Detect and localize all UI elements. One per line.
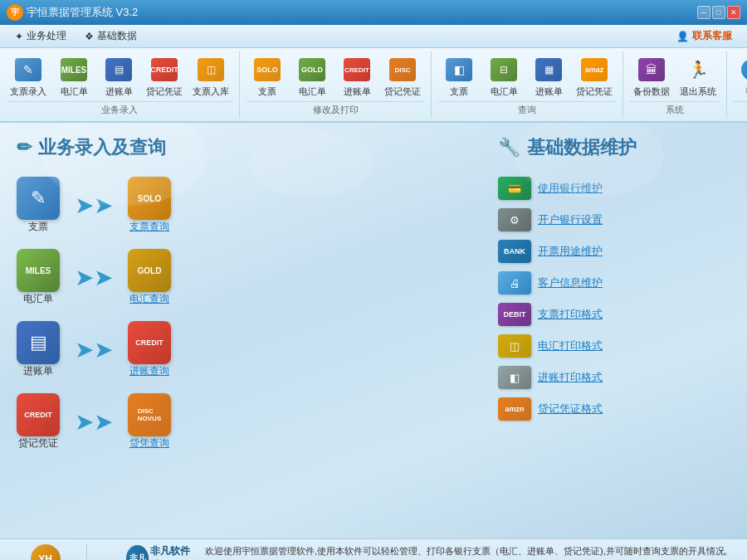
maint-check-use[interactable]: BANK 开票用途维护 bbox=[498, 240, 730, 263]
logo-yh-text: YH bbox=[38, 553, 52, 560]
toolbar-wire-entry[interactable]: MILES 电汇单 bbox=[53, 53, 95, 100]
wire-input-icon[interactable]: MILES bbox=[17, 249, 60, 292]
feature-wire-query[interactable]: GOLD 电汇查询 bbox=[128, 249, 171, 306]
toolbar-exit[interactable]: 🏃 退出系统 bbox=[676, 53, 720, 100]
title-bar: 宇 宇恒票据管理系统 V3.2 ─ □ ✕ bbox=[0, 0, 747, 25]
open-bank-label[interactable]: 开户银行设置 bbox=[538, 212, 603, 227]
bank-maint-label[interactable]: 使用银行维护 bbox=[538, 181, 603, 196]
toolbar-section-query: ◧ 支票 ⊟ 电汇单 ▦ 进账单 bbox=[432, 51, 623, 118]
arrow-check: ➤➤ bbox=[75, 192, 113, 219]
toolbar-ledger-entry[interactable]: ▤ 进账单 bbox=[98, 53, 139, 100]
menu-business[interactable]: ✦ 业务处理 bbox=[7, 27, 75, 46]
close-button[interactable]: ✕ bbox=[727, 6, 740, 19]
ledger-fmt-label[interactable]: 进账打印格式 bbox=[538, 370, 603, 385]
toolbar-biz-label: 业务录入 bbox=[7, 101, 232, 116]
check-query-icon-main[interactable]: SOLO bbox=[128, 177, 171, 220]
window-controls: ─ □ ✕ bbox=[697, 6, 740, 19]
maint-check-fmt[interactable]: DEBIT 支票打印格式 bbox=[498, 303, 730, 326]
toolbar-help[interactable]: ? 帮助 bbox=[734, 53, 747, 100]
toolbar: ✎ 支票录入 MILES 电汇单 ▤ 进账单 bbox=[0, 48, 747, 123]
credit-input-icon[interactable]: CREDIT bbox=[17, 393, 60, 436]
toolbar-wire-edit[interactable]: GOLD 电汇单 bbox=[291, 53, 333, 100]
credit-entry-label: 贷记凭证 bbox=[146, 85, 183, 98]
toolbar-ledger-query[interactable]: ▦ 进账单 bbox=[528, 53, 569, 100]
wire-query-label[interactable]: 电汇查询 bbox=[128, 292, 171, 306]
feature-wire-input[interactable]: MILES 电汇单 bbox=[17, 249, 60, 306]
ledger-input-icon[interactable]: ▤ bbox=[17, 321, 60, 364]
check-query-label[interactable]: 支票查询 bbox=[128, 220, 171, 234]
left-panel: ✏ 业务录入及查询 ✎ 支票 ➤➤ SOLO 支票查询 MILES 电汇单 ➤➤ bbox=[17, 135, 481, 526]
right-panel-title-text: 基础数据维护 bbox=[527, 135, 637, 160]
check-fmt-label[interactable]: 支票打印格式 bbox=[538, 307, 603, 322]
feature-credit-query[interactable]: DISCNOVUS 贷凭查询 bbox=[128, 393, 171, 450]
maint-open-bank[interactable]: ⚙ 开户银行设置 bbox=[498, 208, 730, 231]
feature-credit-input[interactable]: CREDIT 贷记凭证 bbox=[17, 393, 60, 450]
wire-entry-icon: MILES bbox=[59, 55, 89, 85]
feature-row-check: ✎ 支票 ➤➤ SOLO 支票查询 bbox=[17, 177, 481, 234]
menu-basedata[interactable]: ❖ 基础数据 bbox=[76, 27, 145, 46]
fenfan-circle: 非凡 bbox=[126, 545, 149, 560]
feature-ledger-input[interactable]: ▤ 进账单 bbox=[17, 321, 60, 378]
toolbar-biz-items: ✎ 支票录入 MILES 电汇单 ▤ 进账单 bbox=[7, 53, 232, 100]
left-panel-title-icon: ✏ bbox=[17, 137, 32, 158]
toolbar-section-edit-inner: SOLO 支票 GOLD 电汇单 CREDIT 进账单 bbox=[247, 53, 424, 116]
toolbar-wire-query[interactable]: ⊟ 电汇单 bbox=[483, 53, 525, 100]
maint-ledger-fmt[interactable]: ◧ 进账打印格式 bbox=[498, 366, 730, 389]
toolbar-store-entry[interactable]: ◫ 支票入库 bbox=[189, 53, 232, 100]
ledger-query-icon-main[interactable]: CREDIT bbox=[128, 321, 171, 364]
toolbar-check-query[interactable]: ◧ 支票 bbox=[438, 53, 480, 100]
credit-fmt-label[interactable]: 贷记凭证格式 bbox=[538, 402, 603, 416]
toolbar-section-system-inner: 🏛 备份数据 🏃 退出系统 系统 bbox=[630, 53, 720, 116]
toolbar-ledger-edit[interactable]: CREDIT 进账单 bbox=[336, 53, 378, 100]
maint-credit-fmt[interactable]: amzn 贷记凭证格式 bbox=[498, 397, 730, 421]
check-edit-label: 支票 bbox=[258, 85, 276, 98]
left-panel-title-text: 业务录入及查询 bbox=[38, 135, 166, 160]
maintenance-list: 💳 使用银行维护 ⚙ 开户银行设置 BANK 开票用途维护 🖨 客户信息维护 D… bbox=[498, 177, 730, 421]
maint-wire-fmt[interactable]: ◫ 电汇打印格式 bbox=[498, 334, 730, 358]
check-use-label[interactable]: 开票用途维护 bbox=[538, 244, 603, 259]
wire-fmt-label[interactable]: 电汇打印格式 bbox=[538, 338, 603, 353]
feature-row-wire: MILES 电汇单 ➤➤ GOLD 电汇查询 bbox=[17, 249, 481, 306]
menu-service[interactable]: 👤 联系客服 bbox=[668, 27, 740, 46]
toolbar-section-about-inner: ? 帮助 🔑 注册 ℹ 关于 bbox=[734, 53, 747, 116]
maint-client[interactable]: 🖨 客户信息维护 bbox=[498, 271, 730, 295]
feature-ledger-query[interactable]: CREDIT 进账查询 bbox=[128, 321, 171, 378]
check-input-icon[interactable]: ✎ bbox=[17, 177, 60, 220]
credit-query-icon-main[interactable]: DISCNOVUS bbox=[128, 393, 171, 436]
store-entry-icon: ◫ bbox=[196, 55, 226, 85]
toolbar-credit-edit[interactable]: DISC 贷记凭证 bbox=[381, 53, 424, 100]
feature-check-input[interactable]: ✎ 支票 bbox=[17, 177, 60, 234]
minimize-button[interactable]: ─ bbox=[697, 6, 710, 19]
ledger-entry-label: 进账单 bbox=[105, 85, 133, 98]
feature-row-ledger: ▤ 进账单 ➤➤ CREDIT 进账查询 bbox=[17, 321, 481, 378]
credit-edit-icon: DISC bbox=[388, 55, 417, 85]
credit-query-label[interactable]: 贷凭查询 bbox=[128, 436, 171, 450]
check-query-label: 支票 bbox=[450, 85, 468, 98]
toolbar-query-label: 查询 bbox=[438, 101, 616, 116]
maximize-button[interactable]: □ bbox=[712, 6, 725, 19]
ledger-entry-icon: ▤ bbox=[104, 55, 134, 85]
ledger-input-label: 进账单 bbox=[17, 364, 60, 378]
toolbar-section-biz: ✎ 支票录入 MILES 电汇单 ▤ 进账单 bbox=[0, 51, 240, 118]
toolbar-credit-entry[interactable]: CREDIT 贷记凭证 bbox=[143, 53, 186, 100]
toolbar-check-entry[interactable]: ✎ 支票录入 bbox=[7, 53, 50, 100]
open-bank-icon: ⚙ bbox=[498, 208, 531, 231]
toolbar-backup[interactable]: 🏛 备份数据 bbox=[630, 53, 673, 100]
toolbar-credit-query[interactable]: amaz 贷记凭证 bbox=[573, 53, 616, 100]
toolbar-about-label: 关于 bbox=[734, 101, 747, 116]
credit-query-icon: amaz bbox=[579, 55, 609, 85]
main-content: ✏ 业务录入及查询 ✎ 支票 ➤➤ SOLO 支票查询 MILES 电汇单 ➤➤ bbox=[0, 123, 747, 538]
toolbar-section-about: ? 帮助 🔑 注册 ℹ 关于 bbox=[727, 51, 747, 118]
title-bar-left: 宇 宇恒票据管理系统 V3.2 bbox=[7, 4, 138, 21]
fenfan-logo: 非凡 非凡软件站 bbox=[126, 544, 193, 560]
wire-query-icon-main[interactable]: GOLD bbox=[128, 249, 171, 292]
toolbar-section-query-inner: ◧ 支票 ⊟ 电汇单 ▦ 进账单 bbox=[438, 53, 616, 116]
client-label[interactable]: 客户信息维护 bbox=[538, 275, 603, 290]
feature-check-query[interactable]: SOLO 支票查询 bbox=[128, 177, 171, 234]
toolbar-check-edit[interactable]: SOLO 支票 bbox=[247, 53, 288, 100]
maint-bank[interactable]: 💳 使用银行维护 bbox=[498, 177, 730, 200]
wire-edit-label: 电汇单 bbox=[299, 85, 326, 98]
logo-circle: YH bbox=[31, 544, 61, 560]
credit-query-label: 贷记凭证 bbox=[576, 85, 613, 98]
ledger-query-label[interactable]: 进账查询 bbox=[128, 364, 171, 378]
